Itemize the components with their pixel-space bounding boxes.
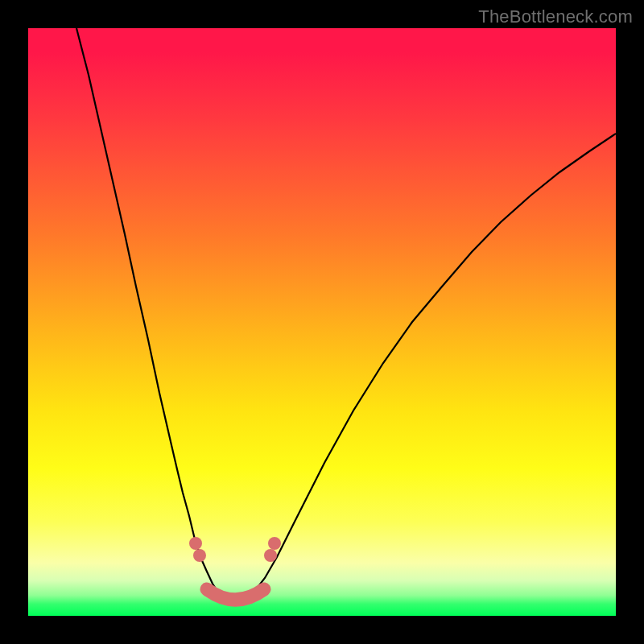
chart-frame: TheBottleneck.com <box>0 0 644 644</box>
highlight-dots <box>189 537 281 562</box>
plot-area <box>28 28 616 616</box>
curve-left <box>76 28 224 598</box>
svg-point-1 <box>193 549 206 562</box>
svg-point-3 <box>268 537 281 550</box>
svg-point-2 <box>264 549 277 562</box>
chart-svg <box>28 28 616 616</box>
svg-point-0 <box>189 537 202 550</box>
curve-right <box>247 134 616 598</box>
watermark-text: TheBottleneck.com <box>478 6 633 27</box>
highlight-valley <box>207 589 264 600</box>
